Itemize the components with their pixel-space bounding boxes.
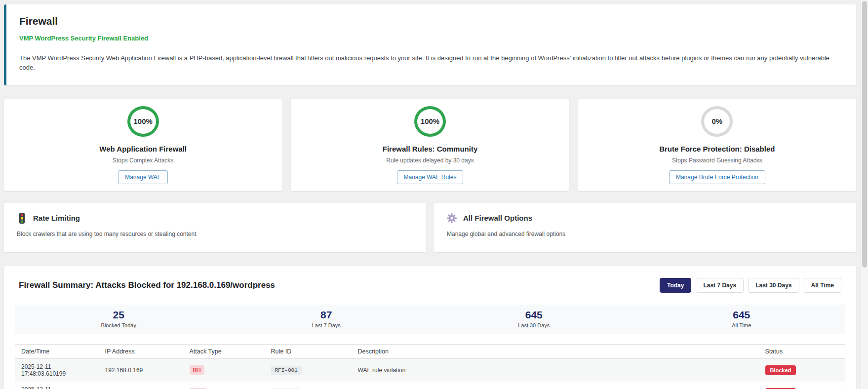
filter-today-button[interactable]: Today xyxy=(660,278,691,293)
stat-last-7-days: 87 Last 7 Days xyxy=(223,309,431,328)
cell-description: XSS attack detected xyxy=(352,382,759,389)
filter-all-time-button[interactable]: All Time xyxy=(804,278,841,293)
manage-waf-rules-button[interactable]: Manage WAF Rules xyxy=(397,170,464,184)
stat-blocked-today: 25 Blocked Today xyxy=(15,309,223,328)
attack-type-badge: RFI xyxy=(190,365,204,375)
brute-force-percent: 0% xyxy=(711,117,722,125)
filter-last-7-days-button[interactable]: Last 7 Days xyxy=(696,278,744,293)
rate-limiting-card[interactable]: Rate Limiting Block crawlers that are us… xyxy=(4,203,426,252)
cell-datetime: 2025-12-11 17:27:33.319900 xyxy=(15,382,99,389)
stat-last-30-days-value: 645 xyxy=(430,309,638,321)
stat-last-30-days: 645 Last 30 Days xyxy=(430,309,638,328)
col-status: Status xyxy=(759,344,845,358)
waf-card: 100% Web Application Firewall Stops Comp… xyxy=(4,99,282,191)
brute-force-card: 0% Brute Force Protection: Disabled Stop… xyxy=(578,99,856,191)
gear-icon xyxy=(447,213,457,224)
rule-id-badge: RFI-001 xyxy=(271,366,302,375)
waf-progress-ring: 100% xyxy=(127,106,159,137)
manage-waf-button[interactable]: Manage WAF xyxy=(118,170,168,184)
scrollbar-thumb[interactable] xyxy=(862,1,867,268)
cell-ip: 192.168.0.169 xyxy=(99,358,184,382)
col-datetime: Date/Time xyxy=(15,344,99,358)
stat-all-time-value: 645 xyxy=(638,309,846,321)
cell-ip: 192.168.0.169 xyxy=(99,382,184,389)
stat-blocked-today-label: Blocked Today xyxy=(15,322,223,328)
cell-description: WAF rule violation xyxy=(352,358,759,382)
manage-brute-force-button[interactable]: Manage Brute Force Protection xyxy=(669,170,765,184)
option-cards-row: Rate Limiting Block crawlers that are us… xyxy=(4,203,856,252)
brute-force-progress-ring: 0% xyxy=(701,106,733,137)
firewall-rules-card: 100% Firewall Rules: Community Rule upda… xyxy=(291,99,569,191)
cell-datetime: 2025-12-11 17:48:03.610199 xyxy=(15,358,99,382)
rate-limiting-description: Block crawlers that are using too many r… xyxy=(17,231,413,237)
waf-subtitle: Stops Complex Attacks xyxy=(113,157,173,164)
stat-last-7-days-label: Last 7 Days xyxy=(223,322,431,328)
attack-stats-row: 25 Blocked Today 87 Last 7 Days 645 Last… xyxy=(15,305,845,334)
blocked-attacks-table: Date/Time IP Address Attack Type Rule ID… xyxy=(15,344,845,389)
traffic-light-icon xyxy=(17,213,27,224)
firewall-summary-card: Firewall Summary: Attacks Blocked for 19… xyxy=(4,266,856,389)
col-description: Description xyxy=(352,344,759,358)
col-rule-id: Rule ID xyxy=(265,344,352,358)
stat-last-7-days-value: 87 xyxy=(223,309,431,321)
waf-title: Web Application Firewall xyxy=(99,145,187,153)
all-firewall-options-description: Manage global and advanced firewall opti… xyxy=(447,231,843,237)
table-row: 2025-12-11 17:27:33.319900 192.168.0.169… xyxy=(15,382,845,389)
firewall-rules-progress-ring: 100% xyxy=(414,106,446,137)
all-firewall-options-card[interactable]: All Firewall Options Manage global and a… xyxy=(434,203,856,252)
table-header-row: Date/Time IP Address Attack Type Rule ID… xyxy=(15,344,845,358)
stat-blocked-today-value: 25 xyxy=(15,309,223,321)
firewall-description: The VMP WordPress Security Web Applicati… xyxy=(19,54,843,73)
status-badge: Blocked xyxy=(765,365,796,375)
all-firewall-options-title: All Firewall Options xyxy=(463,214,532,222)
firewall-rules-subtitle: Rule updates delayed by 30 days xyxy=(386,157,473,164)
firewall-rules-title: Firewall Rules: Community xyxy=(383,145,478,153)
waf-percent: 100% xyxy=(133,117,152,125)
stat-all-time: 645 All Time xyxy=(638,309,846,328)
vertical-scrollbar[interactable] xyxy=(861,0,868,389)
rate-limiting-title: Rate Limiting xyxy=(33,214,80,222)
firewall-enabled-status: VMP WordPress Security Firewall Enabled xyxy=(19,35,843,42)
col-ip-address: IP Address xyxy=(99,344,184,358)
table-row: 2025-12-11 17:48:03.610199 192.168.0.169… xyxy=(15,358,845,382)
page-title: Firewall xyxy=(19,15,843,27)
firewall-intro-card: Firewall VMP WordPress Security Firewall… xyxy=(4,4,856,85)
time-filter-group: Today Last 7 Days Last 30 Days All Time xyxy=(660,278,841,293)
firewall-rules-percent: 100% xyxy=(421,117,439,125)
feature-cards-row: 100% Web Application Firewall Stops Comp… xyxy=(4,99,856,191)
summary-title: Firewall Summary: Attacks Blocked for 19… xyxy=(19,280,275,290)
stat-last-30-days-label: Last 30 Days xyxy=(430,322,638,328)
col-attack-type: Attack Type xyxy=(184,344,265,358)
firewall-page: Firewall VMP WordPress Security Firewall… xyxy=(0,0,868,389)
brute-force-subtitle: Stops Password Guessing Attacks xyxy=(672,157,762,164)
brute-force-title: Brute Force Protection: Disabled xyxy=(659,145,775,153)
stat-all-time-label: All Time xyxy=(638,322,846,328)
filter-last-30-days-button[interactable]: Last 30 Days xyxy=(748,278,799,293)
